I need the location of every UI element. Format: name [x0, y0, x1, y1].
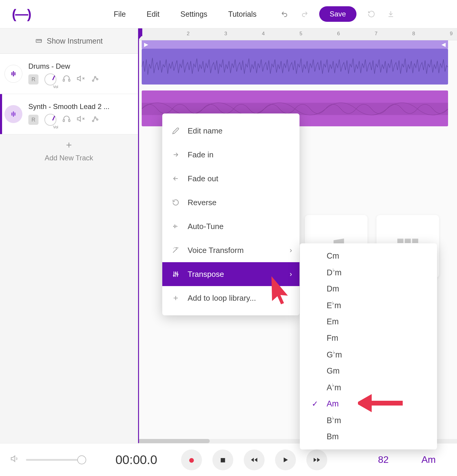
mute-icon[interactable]	[77, 115, 85, 125]
volume-knob[interactable]: Vol	[44, 73, 56, 85]
add-track-button[interactable]: ＋ Add New Track	[0, 134, 138, 166]
stop-button[interactable]: ■	[212, 449, 233, 470]
time-display: 00:00.0	[115, 453, 157, 467]
waveform-icon	[4, 105, 22, 123]
ctx-voice-transform[interactable]: Voice Transform ›	[162, 238, 299, 262]
arrow-annotation	[358, 394, 403, 412]
show-instrument-label: Show Instrument	[47, 37, 103, 45]
svg-rect-19	[370, 401, 403, 406]
loop-region[interactable]: ▶ ◀	[142, 40, 448, 49]
waveform-icon	[4, 65, 22, 83]
transpose-option-label: D♭m	[327, 268, 342, 277]
ruler-mark: 4	[262, 31, 265, 37]
ctx-auto-tune[interactable]: Auto-Tune	[162, 214, 299, 238]
record-arm-button[interactable]: R	[28, 115, 38, 125]
master-volume-slider[interactable]	[26, 459, 86, 461]
svg-point-18	[177, 274, 178, 275]
logo: (—)	[12, 7, 30, 22]
save-button[interactable]: Save	[319, 6, 356, 22]
transpose-option-Aflatm[interactable]: A♭m	[300, 379, 437, 396]
playhead[interactable]	[138, 28, 139, 443]
transpose-option-label: Fm	[327, 334, 338, 343]
transpose-option-label: Am	[327, 399, 339, 409]
add-track-label: Add New Track	[45, 154, 93, 162]
scroll-thumb[interactable]	[138, 439, 210, 443]
transpose-option-Em[interactable]: Em	[300, 314, 437, 330]
headphones-icon[interactable]	[62, 115, 71, 125]
transpose-option-Gflatm[interactable]: G♭m	[300, 346, 437, 363]
ruler-mark: 5	[299, 31, 302, 37]
ruler-mark: 3	[224, 31, 227, 37]
transpose-option-Fm[interactable]: Fm	[300, 330, 437, 346]
ruler-mark: 7	[375, 31, 377, 37]
transpose-option-label: E♭m	[327, 301, 341, 310]
transpose-option-Bflatm[interactable]: B♭m	[300, 412, 437, 429]
transpose-option-Gm[interactable]: Gm	[300, 363, 437, 379]
transpose-option-label: Em	[327, 317, 339, 326]
transpose-submenu: CmD♭mDmE♭mEmFmG♭mGmA♭m✓AmB♭mBm	[300, 243, 437, 449]
chevron-right-icon: ›	[290, 246, 292, 254]
transpose-option-Bm[interactable]: Bm	[300, 429, 437, 445]
rewind-button[interactable]	[244, 449, 265, 470]
mute-icon[interactable]	[77, 74, 85, 85]
plus-icon: ＋	[64, 138, 74, 151]
audio-clip-drums[interactable]	[142, 49, 448, 85]
redo-icon[interactable]	[300, 10, 309, 19]
transpose-option-label: B♭m	[327, 416, 341, 425]
track-name: Drums - Dew	[28, 62, 133, 70]
ruler-mark: 2	[187, 31, 189, 37]
menu-tutorials[interactable]: Tutorials	[228, 10, 257, 19]
automation-icon[interactable]	[91, 115, 99, 125]
volume-icon[interactable]	[10, 454, 20, 466]
transpose-option-Eflatm[interactable]: E♭m	[300, 297, 437, 314]
bars-icon	[171, 223, 180, 230]
track-name: Synth - Smooth Lead 2 ...	[28, 102, 133, 111]
track-row[interactable]: Drums - Dew R Vol	[0, 54, 138, 94]
headphones-icon[interactable]	[62, 74, 71, 85]
sliders-icon	[171, 271, 180, 278]
plus-icon	[171, 294, 180, 302]
ctx-fade-out[interactable]: Fade out	[162, 167, 299, 191]
waveform	[142, 49, 448, 85]
show-instrument-button[interactable]: Show Instrument	[0, 28, 138, 54]
svg-point-1	[92, 80, 94, 82]
volume-knob[interactable]: Vol	[44, 114, 56, 126]
ruler-mark: 8	[412, 31, 415, 37]
download-icon[interactable]	[386, 10, 395, 19]
undo-icon[interactable]	[280, 10, 289, 19]
history-icon[interactable]	[367, 10, 376, 19]
timeline-ruler[interactable]: 2 3 4 5 6 7 8 9	[138, 28, 457, 40]
svg-point-4	[92, 120, 94, 122]
menu-edit[interactable]: Edit	[147, 10, 160, 19]
ctx-reverse[interactable]: Reverse	[162, 191, 299, 214]
header-bar: (—) File Edit Settings Tutorials Save	[0, 0, 457, 28]
forward-button[interactable]	[306, 449, 327, 470]
transpose-option-Dm[interactable]: Dm	[300, 281, 437, 297]
transpose-option-label: Cm	[327, 251, 339, 261]
loop-end-icon: ◀	[441, 41, 446, 48]
slider-handle[interactable]	[77, 455, 86, 464]
keyboard-icon	[35, 37, 42, 44]
transpose-option-label: Dm	[327, 284, 339, 294]
track-row[interactable]: Synth - Smooth Lead 2 ... R Vol	[0, 94, 138, 134]
record-button[interactable]: ●	[181, 449, 202, 470]
transpose-option-Dflatm[interactable]: D♭m	[300, 264, 437, 281]
key-display[interactable]: Am	[422, 454, 436, 465]
ruler-mark: 9	[450, 31, 453, 37]
bpm-display[interactable]: 82	[378, 454, 389, 465]
transpose-option-label: G♭m	[327, 350, 342, 360]
record-arm-button[interactable]: R	[28, 74, 38, 85]
transpose-option-Cm[interactable]: Cm	[300, 248, 437, 264]
automation-icon[interactable]	[91, 74, 99, 85]
menu-settings[interactable]: Settings	[180, 10, 207, 19]
menu-file[interactable]: File	[114, 10, 126, 19]
ctx-edit-name[interactable]: Edit name	[162, 119, 299, 143]
transpose-option-label: Gm	[327, 366, 340, 376]
play-button[interactable]	[275, 449, 296, 470]
reverse-icon	[171, 199, 180, 206]
transpose-option-label: Bm	[327, 432, 339, 441]
cursor-pointer-annotation	[265, 275, 292, 305]
pencil-icon	[171, 127, 180, 134]
ctx-fade-in[interactable]: Fade in	[162, 143, 299, 167]
svg-rect-8	[405, 239, 411, 243]
